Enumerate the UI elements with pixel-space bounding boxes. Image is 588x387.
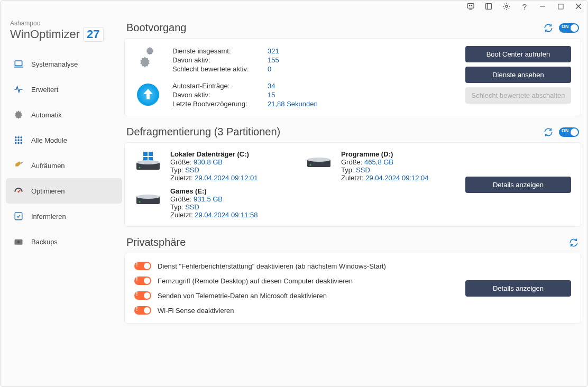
svg-point-9 — [17, 136, 20, 139]
section-privacy: Privatsphäre !Dienst "Fehlerberichtersta… — [124, 236, 581, 324]
drive-item: Games (E:)Größe: 931,5 GBTyp: SSDZuletzt… — [134, 187, 289, 219]
svg-point-2 — [471, 5, 472, 6]
defrag-title: Defragmentierung (3 Partitionen) — [126, 126, 280, 138]
sidebar-item-systemanalyse[interactable]: Systemanalyse — [6, 51, 122, 77]
drive-name: Lokaler Datenträger (C:) — [170, 150, 258, 158]
svg-point-16 — [20, 142, 22, 144]
minimize-icon[interactable] — [538, 2, 547, 11]
laptop-icon — [13, 59, 24, 69]
privacy-item-label: Dienst "Fehlerberichterstattung" deaktiv… — [158, 262, 386, 270]
sidebar-item-alle-module[interactable]: Alle Module — [6, 127, 122, 153]
svg-point-15 — [17, 142, 20, 144]
defrag-details-button[interactable]: Details anzeigen — [465, 177, 571, 193]
sidebar-item-aufraeumen[interactable]: Aufräumen — [6, 153, 122, 178]
close-icon[interactable] — [574, 2, 583, 11]
stat-value: 21,88 Sekunden — [268, 100, 331, 108]
privacy-item: !Dienst "Fehlerberichterstattung" deakti… — [134, 259, 460, 273]
sidebar-item-label: Informieren — [31, 213, 66, 220]
privacy-details-button[interactable]: Details anzeigen — [465, 280, 571, 297]
privacy-item: !Wi-Fi Sense deaktivieren — [134, 303, 460, 318]
svg-point-14 — [15, 142, 17, 144]
sidebar-item-label: Automatik — [31, 111, 62, 119]
svg-point-10 — [20, 136, 22, 139]
stat-value: 0 — [268, 65, 331, 73]
drive-item: Lokaler Datenträger (C:)Größe: 930,8 GBT… — [134, 150, 289, 182]
boot-center-button[interactable]: Boot Center aufrufen — [465, 46, 571, 62]
boot-refresh-icon[interactable] — [543, 23, 554, 33]
privacy-toggle[interactable]: ! — [134, 306, 151, 315]
checkbox-icon — [13, 211, 24, 222]
svg-rect-25 — [149, 152, 153, 156]
stat-label: Schlecht bewertete aktiv: — [172, 65, 268, 73]
sidebar-item-informieren[interactable]: Informieren — [6, 204, 122, 229]
pulse-icon — [13, 84, 24, 95]
svg-rect-18 — [15, 213, 22, 220]
help-icon[interactable]: ? — [520, 2, 529, 11]
disable-bad-button: Schlecht bewertete abschalten — [465, 87, 571, 104]
drive-name: Programme (D:) — [341, 150, 429, 158]
sidebar-item-backups[interactable]: Backups — [6, 229, 122, 254]
privacy-item-label: Fernzugriff (Remote Desktop) auf diesen … — [158, 277, 353, 285]
svg-point-8 — [15, 136, 17, 139]
defrag-toggle[interactable]: ON — [559, 127, 579, 137]
services-button[interactable]: Dienste ansehen — [465, 67, 571, 83]
privacy-title: Privatsphäre — [126, 236, 186, 248]
gear-icon[interactable] — [502, 2, 511, 11]
drive-icon — [134, 152, 162, 173]
svg-point-4 — [506, 5, 508, 7]
brand: Ashampoo WinOptimizer 27 — [6, 17, 122, 51]
boot-title: Bootvorgang — [126, 22, 186, 34]
privacy-toggle[interactable]: ! — [134, 291, 151, 300]
section-defrag: Defragmentierung (3 Partitionen) ON Loka… — [124, 126, 581, 227]
privacy-refresh-icon[interactable] — [568, 237, 579, 248]
svg-point-13 — [20, 139, 22, 141]
brand-company: Ashampoo — [10, 20, 118, 27]
maximize-icon[interactable] — [556, 2, 565, 11]
privacy-item: !Fernzugriff (Remote Desktop) auf diesen… — [134, 273, 460, 288]
privacy-item-label: Wi-Fi Sense deaktivieren — [158, 307, 234, 315]
privacy-item-label: Senden von Telemetrie-Daten an Microsoft… — [158, 292, 327, 300]
sidebar-item-label: Systemanalyse — [31, 60, 78, 68]
stat-label: Letzte Bootverzögerung: — [172, 100, 268, 108]
privacy-toggle[interactable]: ! — [134, 262, 151, 270]
sidebar-item-label: Backups — [31, 238, 58, 246]
stat-value: 34 — [268, 82, 331, 90]
sidebar-item-erweitert[interactable]: Erweitert — [6, 77, 122, 102]
defrag-refresh-icon[interactable] — [543, 127, 554, 137]
stat-value: 155 — [268, 56, 331, 64]
stat-value: 321 — [268, 47, 331, 55]
section-boot: Bootvorgang ON Dienste — [124, 22, 581, 116]
svg-point-29 — [136, 160, 160, 164]
stat-label: Davon aktiv: — [172, 91, 268, 99]
notes-icon[interactable] — [484, 2, 493, 11]
privacy-item: !Senden von Telemetrie-Daten an Microsof… — [134, 288, 460, 303]
sidebar-item-label: Alle Module — [31, 136, 67, 144]
drive-icon — [305, 152, 333, 173]
sidebar: Ashampoo WinOptimizer 27 Systemanalyse E… — [1, 12, 122, 386]
sidebar-item-label: Optimieren — [31, 187, 65, 195]
svg-rect-24 — [143, 152, 148, 156]
sidebar-item-automatik[interactable]: Automatik — [6, 102, 122, 127]
svg-point-32 — [307, 158, 330, 162]
drive-icon — [134, 189, 162, 210]
brand-product: WinOptimizer — [10, 27, 80, 41]
gear-grey-icon — [13, 109, 24, 120]
broom-icon — [13, 160, 24, 171]
sidebar-item-optimieren[interactable]: Optimieren — [6, 178, 122, 204]
sidebar-item-label: Aufräumen — [31, 162, 65, 170]
titlebar: ? — [1, 1, 587, 12]
svg-point-33 — [310, 164, 311, 166]
gears-icon — [134, 46, 162, 73]
svg-point-20 — [17, 241, 20, 243]
camera-icon — [13, 236, 24, 247]
stat-value: 15 — [268, 91, 331, 99]
svg-rect-6 — [15, 61, 22, 66]
boot-toggle[interactable]: ON — [559, 23, 579, 33]
gauge-icon — [13, 186, 24, 196]
privacy-toggle[interactable]: ! — [134, 277, 151, 285]
brand-version: 27 — [83, 27, 103, 42]
feedback-icon[interactable] — [466, 2, 475, 11]
svg-point-1 — [469, 5, 470, 6]
sidebar-item-label: Erweitert — [31, 86, 58, 94]
svg-point-11 — [15, 139, 17, 141]
